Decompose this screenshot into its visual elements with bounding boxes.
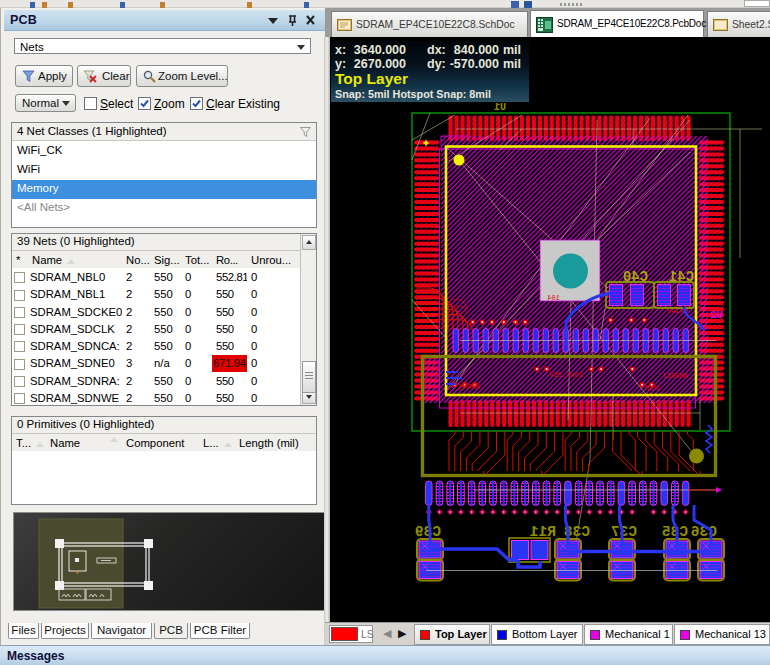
- svg-text:10uF: 10uF: [643, 384, 660, 392]
- svg-text:AM2032: AM2032: [663, 372, 688, 380]
- svg-text:10uF 25V: 10uF 25V: [549, 371, 583, 379]
- svg-text:SDRAM: SDRAM: [459, 383, 480, 391]
- svg-text:U1: U1: [494, 102, 506, 113]
- svg-text:C37: C37: [611, 524, 637, 540]
- svg-text:C39: C39: [415, 524, 441, 540]
- svg-text:U2: U2: [710, 309, 723, 321]
- svg-text:104: 104: [547, 294, 560, 302]
